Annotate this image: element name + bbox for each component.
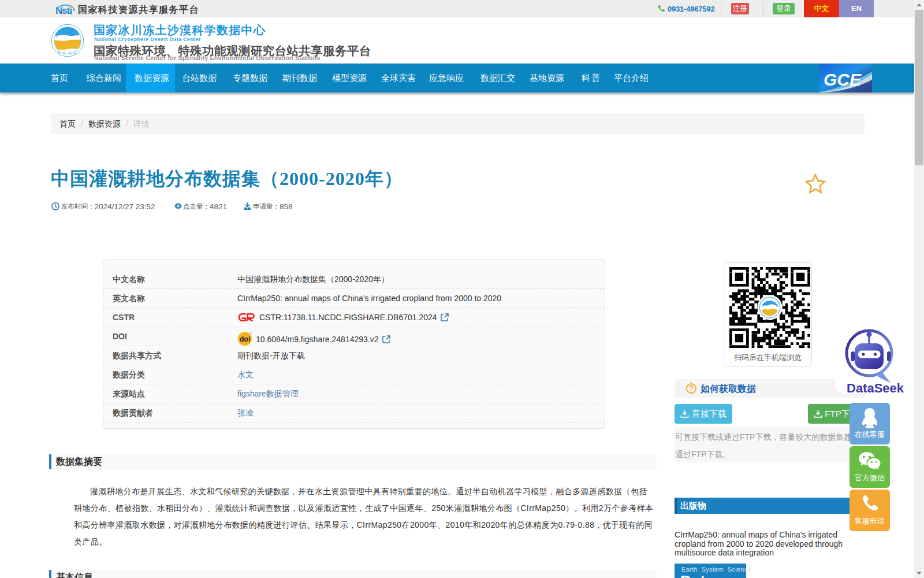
svg-text:doi: doi xyxy=(240,335,251,343)
svg-text:N C D C: N C D C xyxy=(58,51,77,54)
svg-text:Nsti: Nsti xyxy=(55,5,72,16)
svg-text:GCE: GCE xyxy=(824,70,862,89)
svg-text:?: ? xyxy=(689,384,693,392)
